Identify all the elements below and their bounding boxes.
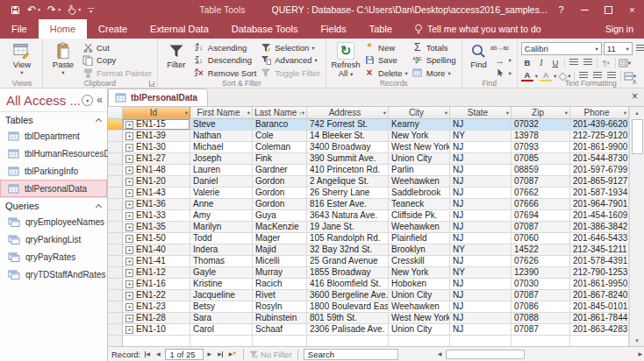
italic-button[interactable]: I [535, 57, 547, 68]
cell[interactable]: 201-587-1934 [570, 188, 629, 199]
increase-indent-icon[interactable] [582, 57, 594, 68]
cell[interactable]: 07087 [512, 222, 570, 233]
record-selector[interactable] [108, 313, 123, 324]
record-position[interactable]: 1 of 25 [165, 349, 204, 360]
cell[interactable]: 201-863-4283 [570, 324, 629, 336]
cell[interactable]: 07032 [512, 119, 570, 131]
cell[interactable]: 201-439-6620 [570, 119, 629, 131]
record-selector[interactable] [108, 279, 123, 290]
cell[interactable]: 32 Bay 32nd St. [307, 244, 389, 256]
cell[interactable]: 201-597-6799 [570, 165, 629, 176]
cell[interactable]: 3600 Bergeline Ave. [307, 290, 389, 301]
tab-database-tools[interactable]: Database Tools [220, 19, 310, 39]
font-size-combo[interactable]: 11▾ [604, 42, 633, 55]
close-document-icon[interactable]: × [632, 91, 638, 102]
new-record-row[interactable] [108, 336, 629, 346]
record-selector[interactable] [108, 244, 123, 256]
cell[interactable]: Murray [253, 267, 307, 279]
cell[interactable]: 201-544-8730 [570, 153, 629, 165]
cell[interactable]: 07093 [512, 142, 570, 153]
cell[interactable]: 07086 [512, 301, 570, 313]
cell[interactable]: 105 Randolph Rd. [307, 233, 389, 244]
cell[interactable]: Gordon [253, 188, 307, 199]
cell[interactable]: 201-964-7901 [570, 199, 629, 210]
delete-record-button[interactable]: × Delete▾ [361, 67, 410, 80]
cell[interactable]: 410 Princeton Rd. [307, 165, 389, 176]
help-button[interactable]: ? [549, 0, 573, 19]
sort-ascending-button[interactable]: AZ↓ Ascending [191, 41, 258, 54]
cell[interactable]: Indera [190, 244, 253, 256]
expand-record-icon[interactable] [125, 178, 133, 186]
column-header-id[interactable]: Id▾ [123, 107, 190, 119]
cell[interactable]: EN1-48 [123, 165, 190, 176]
select-all-corner[interactable] [108, 107, 123, 119]
cell[interactable]: NJ [450, 233, 512, 244]
nav-section-header-queries[interactable]: Queries [0, 197, 107, 213]
cell[interactable]: Amy [190, 210, 253, 222]
cell[interactable]: 26 Sherry Lane [307, 188, 389, 199]
cell[interactable]: EN1-15 [123, 119, 190, 131]
cell[interactable]: NJ [450, 176, 512, 188]
cell[interactable]: NJ [450, 153, 512, 165]
cell[interactable]: New York [389, 267, 450, 279]
cell[interactable]: 201-861-9950 [570, 279, 629, 290]
cell[interactable]: EN1-27 [123, 153, 190, 165]
cell[interactable]: 07662 [512, 188, 570, 199]
save-button[interactable] [11, 5, 20, 15]
cell[interactable]: 201-861-7844 [570, 313, 629, 324]
cell[interactable]: 07087 [512, 290, 570, 301]
last-record-button[interactable]: ▶ [216, 351, 225, 357]
cell[interactable]: Kristine [190, 279, 253, 290]
expand-record-icon[interactable] [125, 315, 133, 322]
cell[interactable]: 801 59th St. [307, 313, 389, 324]
paste-button[interactable]: Paste ▾ [47, 39, 80, 75]
touch-mouse-mode-button[interactable]: ▾ [68, 4, 81, 15]
find-button[interactable]: Find [466, 39, 492, 69]
sidebar-item-tblhumanresourcesdata[interactable]: tblHumanResourcesData [0, 145, 107, 162]
record-selector[interactable] [108, 153, 123, 165]
next-record-button[interactable]: ▶ [206, 351, 214, 357]
cell[interactable]: Hoboken [389, 279, 450, 290]
column-filter-icon[interactable]: ▾ [247, 110, 250, 117]
cell[interactable]: Daniel [190, 176, 253, 188]
hscroll-left-icon[interactable]: ◀ [436, 351, 444, 357]
record-selector[interactable] [108, 222, 123, 233]
cell[interactable]: 416 Bloomfield St. [307, 279, 389, 290]
cell[interactable]: 07087 [512, 176, 570, 188]
cell[interactable]: Fink [253, 153, 307, 165]
goto-button[interactable]: →▾ [492, 54, 513, 67]
record-selector[interactable] [108, 210, 123, 222]
new-record-button[interactable]: * New [361, 41, 410, 54]
cell[interactable]: Weehawken [389, 301, 450, 313]
cell[interactable]: Gayle [190, 267, 253, 279]
copy-button[interactable]: Copy [80, 54, 154, 67]
expand-record-icon[interactable] [125, 223, 133, 231]
sidebar-item-qrytdstaffandrates[interactable]: qryTDStaffAndRates [0, 265, 107, 283]
cell[interactable]: 212-790-1253 [570, 267, 629, 279]
selection-button[interactable]: Selection▾ [258, 41, 322, 54]
expand-record-icon[interactable] [125, 166, 133, 174]
cell[interactable]: Cresskill [389, 256, 450, 267]
cell[interactable]: 212-345-1211 [570, 244, 629, 256]
cell[interactable]: 07085 [512, 153, 570, 165]
cell[interactable]: West New York [389, 142, 450, 153]
cell[interactable]: Thomas [190, 256, 253, 267]
record-selector[interactable] [108, 324, 123, 336]
cell[interactable]: Union City [389, 153, 450, 165]
cell[interactable]: Marilyn [190, 222, 253, 233]
cell[interactable]: EN1-10 [123, 324, 190, 336]
chevron-up-icon[interactable] [96, 117, 102, 124]
sidebar-item-tblparkinginfo[interactable]: tblParkingInfo [0, 162, 107, 180]
undo-button[interactable]: ↶▾ [27, 4, 40, 15]
cell[interactable]: 14522 [512, 244, 570, 256]
cell[interactable]: Brooklyn [389, 244, 450, 256]
column-header-zip[interactable]: Zip▾ [512, 107, 570, 119]
cell[interactable]: NY [450, 267, 512, 279]
cell[interactable]: NJ [450, 222, 512, 233]
cell[interactable]: 07626 [512, 256, 570, 267]
close-button[interactable]: × [620, 0, 644, 19]
cell[interactable]: EN1-43 [123, 188, 190, 199]
sidebar-item-tbldepartment[interactable]: tblDepartment [0, 127, 107, 145]
expand-record-icon[interactable] [125, 155, 133, 163]
minimize-button[interactable] [573, 0, 597, 19]
